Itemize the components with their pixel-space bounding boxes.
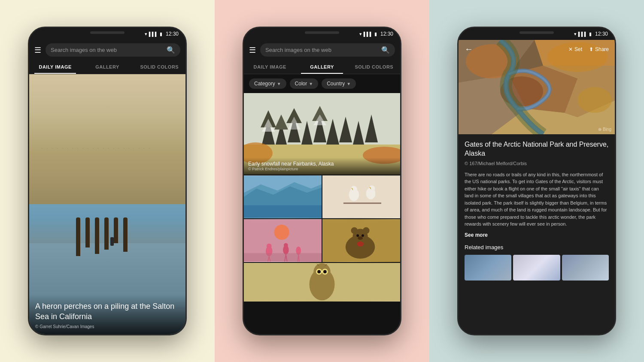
signal-icon-2: ▌▌▌	[364, 32, 373, 36]
see-more-button[interactable]: See more	[465, 232, 609, 238]
category-filter-label: Category	[254, 81, 275, 87]
piling-1	[76, 217, 80, 256]
status-bar-3: ▾ ▌▌▌ ▮ 12:30	[459, 28, 615, 40]
svg-point-50	[363, 227, 370, 234]
svg-point-33	[274, 225, 289, 240]
related-images-grid	[465, 255, 609, 281]
piling-4	[104, 217, 109, 250]
phone-3: ▾ ▌▌▌ ▮ 12:30	[457, 27, 616, 335]
phone-content-1: · · · · · · · · · · · · · · · · · · · · …	[29, 74, 185, 334]
wifi-icon-1: ▾	[145, 31, 147, 37]
bing-watermark: ⊕ Bing	[598, 127, 611, 132]
svg-point-37	[267, 244, 272, 249]
gallery-cell-flamingo[interactable]	[244, 219, 322, 262]
gallery-featured-title: Early snowfall near Fairbanks, Alaska	[248, 161, 396, 167]
battery-icon-2: ▮	[374, 31, 377, 37]
piling-2	[85, 217, 90, 247]
gallery-grid: Early snowfall near Fairbanks, Alaska © …	[244, 93, 400, 334]
search-icon-2[interactable]: 🔍	[381, 46, 390, 54]
tab-solid-colors-2[interactable]: SOLID COLORS	[348, 60, 400, 74]
svg-point-51	[356, 234, 359, 237]
color-filter[interactable]: Color ▼	[290, 78, 319, 89]
svg-point-53	[358, 236, 363, 240]
search-placeholder-2: Search images on the web	[265, 47, 378, 53]
phone-content-2: Early snowfall near Fairbanks, Alaska © …	[244, 93, 400, 334]
search-input-wrap-2[interactable]: Search images on the web 🔍	[260, 43, 395, 57]
piling-6	[123, 217, 128, 252]
piling-3	[95, 217, 99, 254]
tabs-1: DAILY IMAGE GALLERY SOLID COLORS	[29, 60, 185, 74]
gallery-cell-ice[interactable]	[244, 175, 322, 218]
share-button[interactable]: ⬆ Share	[589, 46, 609, 52]
image-caption-1: A heron perches on a piling at the Salto…	[29, 295, 185, 334]
image-credit-1: © Garret Suhrie/Cavan Images	[35, 324, 179, 329]
related-thumb-2[interactable]	[513, 255, 560, 281]
phone-notch-1	[90, 31, 125, 34]
color-arrow-icon: ▼	[309, 81, 313, 86]
svg-rect-23	[244, 205, 322, 218]
tab-daily-image-1[interactable]: DAILY IMAGE	[29, 60, 81, 74]
set-button[interactable]: ✕ Set	[568, 46, 582, 52]
status-time-3: 12:30	[595, 31, 608, 37]
search-input-wrap-1[interactable]: Search images on the web 🔍	[46, 43, 180, 57]
menu-icon-2[interactable]: ☰	[249, 45, 256, 55]
panel-1: ▾ ▌▌▌ ▮ 12:30 ☰ Search images on the web…	[0, 0, 215, 362]
back-button[interactable]: ←	[465, 44, 473, 54]
tab-daily-image-2[interactable]: DAILY IMAGE	[244, 60, 296, 74]
svg-point-41	[284, 243, 288, 247]
detail-credit: © 167/Michael Melford/Corbis	[465, 161, 609, 166]
svg-rect-24	[322, 176, 400, 218]
svg-point-52	[361, 234, 364, 237]
image-title-1: A heron perches on a piling at the Salto…	[35, 302, 179, 322]
share-icon: ⬆	[589, 46, 593, 52]
svg-point-63	[323, 270, 327, 273]
filter-row: Category ▼ Color ▼ Country ▼	[244, 74, 400, 93]
gallery-caption-overlay: Early snowfall near Fairbanks, Alaska © …	[244, 157, 400, 175]
piling-5	[114, 217, 118, 243]
tab-solid-colors-1[interactable]: SOLID COLORS	[134, 60, 185, 74]
share-label: Share	[595, 46, 609, 52]
detail-actions: ✕ Set ⬆ Share	[568, 46, 609, 52]
country-filter[interactable]: Country ▼	[322, 78, 356, 89]
detail-image: ← ✕ Set ⬆ Share ⊕ Bing	[459, 40, 615, 134]
status-icons-3: ▾ ▌▌▌ ▮ 12:30	[574, 31, 608, 37]
status-icons-1: ▾ ▌▌▌ ▮ 12:30	[145, 31, 179, 37]
gallery-cell-owl[interactable]	[244, 263, 400, 302]
svg-point-62	[317, 270, 321, 273]
piling-group	[76, 217, 128, 256]
status-bar-2: ▾ ▌▌▌ ▮ 12:30	[244, 28, 400, 40]
status-bar-1: ▾ ▌▌▌ ▮ 12:30	[29, 28, 185, 40]
category-arrow-icon: ▼	[277, 81, 281, 86]
search-placeholder-1: Search images on the web	[51, 47, 163, 53]
sky-haze	[29, 74, 185, 204]
category-filter[interactable]: Category ▼	[249, 78, 286, 89]
set-label: Set	[574, 46, 582, 52]
wifi-icon-2: ▾	[359, 31, 362, 37]
gallery-cell-bear[interactable]	[322, 219, 400, 262]
gallery-bottom-row	[244, 263, 400, 302]
svg-point-27	[351, 186, 358, 193]
svg-point-74	[577, 87, 612, 113]
heron-silhouette	[110, 237, 114, 246]
detail-title: Gates of the Arctic National Park and Pr…	[465, 140, 609, 158]
tab-gallery-1[interactable]: GALLERY	[81, 60, 133, 74]
country-arrow-icon: ▼	[346, 81, 351, 86]
gallery-featured[interactable]: Early snowfall near Fairbanks, Alaska © …	[244, 93, 400, 175]
related-thumb-3[interactable]	[562, 255, 609, 281]
signal-icon-3: ▌▌▌	[578, 32, 587, 36]
tab-gallery-2[interactable]: GALLERY	[296, 60, 348, 74]
status-time-1: 12:30	[166, 31, 179, 37]
daily-image-container: · · · · · · · · · · · · · · · · · · · · …	[29, 74, 185, 334]
phone-notch-3	[519, 31, 554, 34]
wifi-icon-3: ▾	[574, 31, 577, 37]
menu-icon-1[interactable]: ☰	[34, 45, 41, 55]
gallery-cell-birds[interactable]	[322, 175, 400, 218]
status-icons-2: ▾ ▌▌▌ ▮ 12:30	[359, 31, 393, 37]
search-icon-1[interactable]: 🔍	[167, 46, 175, 54]
phone-2: ▾ ▌▌▌ ▮ 12:30 ☰ Search images on the web…	[243, 27, 401, 335]
related-images-title: Related images	[465, 244, 609, 250]
detail-description: There are no roads or trails of any kind…	[465, 171, 609, 228]
status-time-2: 12:30	[380, 31, 393, 37]
related-thumb-1[interactable]	[465, 255, 511, 281]
panel-3: ▾ ▌▌▌ ▮ 12:30	[429, 0, 644, 362]
